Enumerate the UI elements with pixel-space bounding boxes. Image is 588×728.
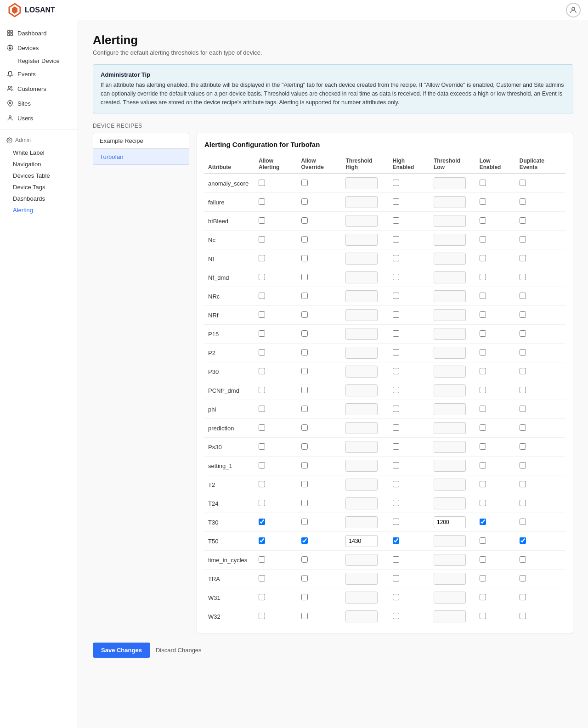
- sidebar-item-dashboards[interactable]: Dashboards: [0, 193, 78, 204]
- threshold-high-input[interactable]: [345, 347, 378, 359]
- high-enabled-checkbox[interactable]: [393, 330, 399, 337]
- allow-override-checkbox[interactable]: [301, 387, 308, 393]
- threshold-high-input[interactable]: [345, 403, 378, 415]
- duplicate-events-checkbox[interactable]: [520, 519, 526, 525]
- threshold-high-input[interactable]: [345, 366, 378, 378]
- allow-override-checkbox[interactable]: [301, 556, 308, 563]
- threshold-low-input[interactable]: [434, 535, 466, 547]
- low-enabled-checkbox[interactable]: [480, 180, 486, 186]
- allow-override-checkbox[interactable]: [301, 424, 308, 431]
- threshold-high-input[interactable]: [345, 441, 378, 453]
- threshold-low-input[interactable]: [434, 592, 466, 604]
- low-enabled-checkbox[interactable]: [480, 387, 486, 393]
- allow-alerting-checkbox[interactable]: [259, 217, 265, 224]
- high-enabled-checkbox[interactable]: [393, 594, 399, 600]
- threshold-high-input[interactable]: [345, 253, 378, 265]
- threshold-high-input[interactable]: [345, 215, 378, 227]
- low-enabled-checkbox[interactable]: [480, 293, 486, 299]
- high-enabled-checkbox[interactable]: [393, 406, 399, 412]
- allow-override-checkbox[interactable]: [301, 330, 308, 337]
- threshold-low-input[interactable]: [434, 366, 466, 378]
- duplicate-events-checkbox[interactable]: [520, 274, 526, 280]
- allow-override-checkbox[interactable]: [301, 462, 308, 468]
- allow-override-checkbox[interactable]: [301, 368, 308, 374]
- allow-alerting-checkbox[interactable]: [259, 594, 265, 600]
- threshold-low-input[interactable]: [434, 610, 466, 622]
- low-enabled-checkbox[interactable]: [480, 443, 486, 450]
- threshold-high-input[interactable]: [345, 234, 378, 246]
- low-enabled-checkbox[interactable]: [480, 575, 486, 581]
- low-enabled-checkbox[interactable]: [480, 481, 486, 487]
- allow-alerting-checkbox[interactable]: [259, 519, 265, 525]
- threshold-low-input[interactable]: [434, 497, 466, 509]
- threshold-high-input[interactable]: [345, 554, 378, 566]
- allow-override-checkbox[interactable]: [301, 500, 308, 506]
- threshold-low-input[interactable]: [434, 271, 466, 283]
- sidebar-item-dashboard[interactable]: Dashboard: [0, 26, 78, 40]
- low-enabled-checkbox[interactable]: [480, 594, 486, 600]
- threshold-low-input[interactable]: [434, 253, 466, 265]
- threshold-low-input[interactable]: [434, 309, 466, 321]
- threshold-high-input[interactable]: [345, 309, 378, 321]
- user-avatar[interactable]: [566, 3, 581, 17]
- threshold-high-input[interactable]: [345, 290, 378, 302]
- low-enabled-checkbox[interactable]: [480, 330, 486, 337]
- allow-override-checkbox[interactable]: [301, 519, 308, 525]
- allow-override-checkbox[interactable]: [301, 311, 308, 318]
- allow-override-checkbox[interactable]: [301, 594, 308, 600]
- threshold-low-input[interactable]: [434, 347, 466, 359]
- high-enabled-checkbox[interactable]: [393, 387, 399, 393]
- sidebar-item-users[interactable]: Users: [0, 111, 78, 125]
- allow-override-checkbox[interactable]: [301, 274, 308, 280]
- high-enabled-checkbox[interactable]: [393, 556, 399, 563]
- low-enabled-checkbox[interactable]: [480, 406, 486, 412]
- duplicate-events-checkbox[interactable]: [520, 368, 526, 374]
- low-enabled-checkbox[interactable]: [480, 311, 486, 318]
- duplicate-events-checkbox[interactable]: [520, 537, 526, 544]
- allow-alerting-checkbox[interactable]: [259, 330, 265, 337]
- sidebar-item-sites[interactable]: Sites: [0, 96, 78, 111]
- duplicate-events-checkbox[interactable]: [520, 311, 526, 318]
- high-enabled-checkbox[interactable]: [393, 255, 399, 261]
- duplicate-events-checkbox[interactable]: [520, 556, 526, 563]
- allow-alerting-checkbox[interactable]: [259, 274, 265, 280]
- threshold-high-input[interactable]: [345, 177, 378, 189]
- sidebar-item-navigation[interactable]: Navigation: [0, 158, 78, 170]
- threshold-low-input[interactable]: [434, 403, 466, 415]
- threshold-low-input[interactable]: [434, 384, 466, 396]
- low-enabled-checkbox[interactable]: [480, 274, 486, 280]
- allow-override-checkbox[interactable]: [301, 537, 308, 544]
- threshold-high-input[interactable]: [345, 384, 378, 396]
- threshold-low-input[interactable]: [434, 177, 466, 189]
- duplicate-events-checkbox[interactable]: [520, 406, 526, 412]
- low-enabled-checkbox[interactable]: [480, 613, 486, 619]
- threshold-high-input[interactable]: [345, 271, 378, 283]
- allow-override-checkbox[interactable]: [301, 217, 308, 224]
- save-changes-button[interactable]: Save Changes: [93, 643, 150, 658]
- threshold-low-input[interactable]: [434, 290, 466, 302]
- duplicate-events-checkbox[interactable]: [520, 575, 526, 581]
- threshold-low-input[interactable]: [434, 573, 466, 585]
- high-enabled-checkbox[interactable]: [393, 613, 399, 619]
- allow-alerting-checkbox[interactable]: [259, 443, 265, 450]
- duplicate-events-checkbox[interactable]: [520, 481, 526, 487]
- threshold-high-input[interactable]: [345, 573, 378, 585]
- duplicate-events-checkbox[interactable]: [520, 330, 526, 337]
- allow-alerting-checkbox[interactable]: [259, 387, 265, 393]
- threshold-low-input[interactable]: [434, 215, 466, 227]
- allow-alerting-checkbox[interactable]: [259, 255, 265, 261]
- duplicate-events-checkbox[interactable]: [520, 198, 526, 205]
- allow-override-checkbox[interactable]: [301, 255, 308, 261]
- high-enabled-checkbox[interactable]: [393, 198, 399, 205]
- threshold-high-input[interactable]: [345, 196, 378, 208]
- duplicate-events-checkbox[interactable]: [520, 462, 526, 468]
- threshold-low-input[interactable]: [434, 328, 466, 340]
- threshold-high-input[interactable]: [345, 535, 378, 547]
- allow-override-checkbox[interactable]: [301, 481, 308, 487]
- duplicate-events-checkbox[interactable]: [520, 594, 526, 600]
- threshold-high-input[interactable]: [345, 422, 378, 434]
- high-enabled-checkbox[interactable]: [393, 537, 399, 544]
- allow-alerting-checkbox[interactable]: [259, 349, 265, 356]
- allow-alerting-checkbox[interactable]: [259, 500, 265, 506]
- threshold-low-input[interactable]: [434, 479, 466, 491]
